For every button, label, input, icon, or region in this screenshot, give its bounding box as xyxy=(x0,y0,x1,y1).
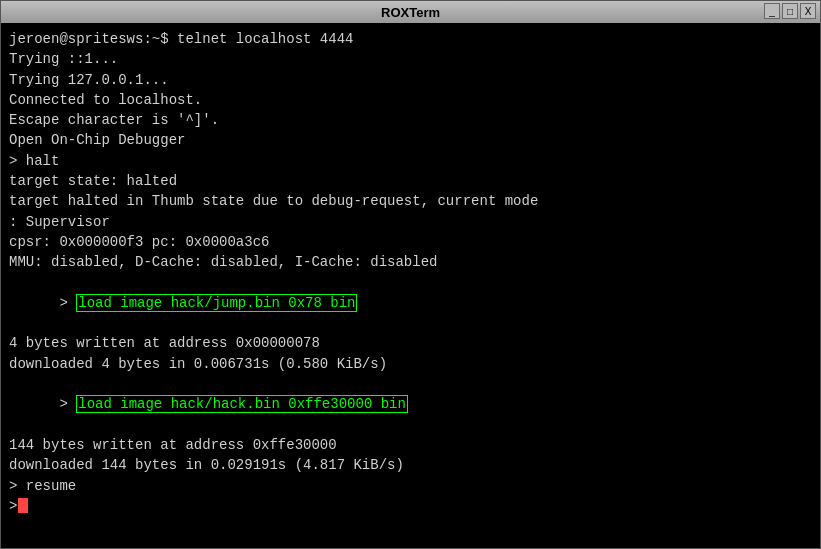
terminal-window: ROXTerm _ □ X jeroen@spritesws:~$ telnet… xyxy=(0,0,821,549)
line-4: Connected to localhost. xyxy=(9,90,812,110)
line-17: 144 bytes written at address 0xffe30000 xyxy=(9,435,812,455)
current-prompt-line: > xyxy=(9,496,812,516)
window-title: ROXTerm xyxy=(381,5,440,20)
line-13-prompt-highlight: > load image hack/jump.bin 0x78 bin xyxy=(9,273,812,334)
cmd-highlight-2: load image hack/hack.bin 0xffe30000 bin xyxy=(76,395,408,413)
close-button[interactable]: X xyxy=(800,3,816,19)
terminal-body[interactable]: jeroen@spritesws:~$ telnet localhost 444… xyxy=(1,23,820,548)
prompt-char-3: > xyxy=(9,496,17,516)
line-6: Open On-Chip Debugger xyxy=(9,130,812,150)
line-16-prompt-highlight: > load image hack/hack.bin 0xffe30000 bi… xyxy=(9,374,812,435)
line-2: Trying ::1... xyxy=(9,49,812,69)
maximize-button[interactable]: □ xyxy=(782,3,798,19)
line-1: jeroen@spritesws:~$ telnet localhost 444… xyxy=(9,29,812,49)
line-12: MMU: disabled, D-Cache: disabled, I-Cach… xyxy=(9,252,812,272)
window-controls[interactable]: _ □ X xyxy=(764,3,816,19)
cmd-highlight-1: load image hack/jump.bin 0x78 bin xyxy=(76,294,357,312)
line-19: > resume xyxy=(9,476,812,496)
line-11: cpsr: 0x000000f3 pc: 0x0000a3c6 xyxy=(9,232,812,252)
line-5: Escape character is '^]'. xyxy=(9,110,812,130)
line-7: > halt xyxy=(9,151,812,171)
line-15: downloaded 4 bytes in 0.006731s (0.580 K… xyxy=(9,354,812,374)
cursor xyxy=(18,498,28,513)
line-10: : Supervisor xyxy=(9,212,812,232)
line-18: downloaded 144 bytes in 0.029191s (4.817… xyxy=(9,455,812,475)
line-9: target halted in Thumb state due to debu… xyxy=(9,191,812,211)
line-8: target state: halted xyxy=(9,171,812,191)
titlebar: ROXTerm _ □ X xyxy=(1,1,820,23)
prompt-char-2: > xyxy=(59,396,76,412)
prompt-char-1: > xyxy=(59,295,76,311)
line-14: 4 bytes written at address 0x00000078 xyxy=(9,333,812,353)
line-3: Trying 127.0.0.1... xyxy=(9,70,812,90)
minimize-button[interactable]: _ xyxy=(764,3,780,19)
